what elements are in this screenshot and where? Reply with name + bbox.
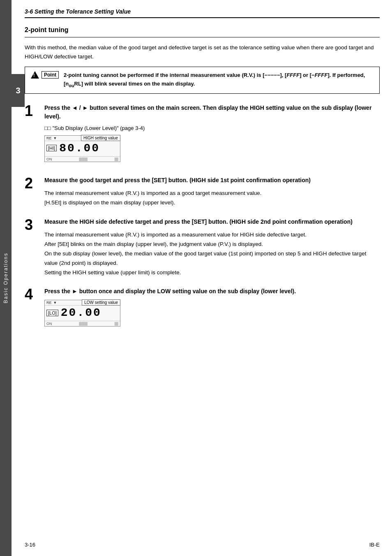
chapter-badge: 3 [12,74,25,107]
ref-icon: □□ [44,125,51,131]
footer: 3-16 IB-E [25,542,380,548]
warning-triangle-icon [31,71,39,79]
step-1-number: 1 [25,104,38,118]
step-3-number: 3 [25,218,38,232]
step-3-title: Measure the HIGH side defective target a… [44,218,380,226]
step-4-title: Press the ► button once and display the … [44,287,380,296]
step-1-content: Press the ◄ / ► button several times on … [44,104,380,166]
step-2-title: Measure the good target and press the [S… [44,176,380,185]
footer-page-right: IB-E [369,542,380,548]
step-1-display-label: HIGH setting value [81,135,120,141]
point-label: Point [42,71,59,79]
step-4-display: LOW setting value RE ▼ [LO] 20.00 ON |||… [44,300,120,327]
display-on-label: ON [46,157,52,161]
footer-page-left: 3-16 [25,542,35,548]
intro-text: With this method, the median value of th… [25,43,380,61]
step-3: 3 Measure the HIGH side defective target… [25,218,380,278]
subsection-title: 2-point tuning [25,26,380,37]
step-4-content: Press the ► button once and display the … [44,287,380,331]
step-3-content: Measure the HIGH side defective target a… [44,218,380,278]
step-4-display-label: LOW setting value [82,299,120,306]
warning-text: 2-point tuning cannot be performed if th… [64,71,374,89]
warning-icon: Point [31,71,59,79]
step-3-body: The internal measurement value (R.V.) is… [44,230,380,278]
step-4-number: 4 [25,287,38,302]
display-main-row-4: [LO] 20.00 [45,306,120,320]
step-2-number: 2 [25,176,38,191]
display-status-bar-4: ON ||||||||| |||| [45,321,120,326]
warning-box: Point 2-point tuning cannot be performed… [25,67,380,94]
display-status-bar: ON ||||||||| |||| [45,156,120,162]
step-1-ref: □□ "Sub Display (Lower Level)" (page 3-4… [44,125,380,131]
step-2-content: Measure the good target and press the [S… [44,176,380,208]
step-1-title: Press the ◄ / ► button several times on … [44,104,380,121]
step-4-indicator: [LO] [46,310,58,316]
section-header: 3-6 Setting the Tolerance Setting Value [25,8,380,18]
sidebar-label: Basic Operations [3,253,9,303]
step-1-indicator: [HI] [46,145,57,151]
step-1: 1 Press the ◄ / ► button several times o… [25,104,380,166]
step-4-value: 20.00 [61,306,101,319]
sidebar: Basic Operations [0,0,12,556]
step-1-value: 80.00 [59,142,100,155]
display-on-label-4: ON [46,322,52,326]
main-content: 3-6 Setting the Tolerance Setting Value … [25,0,380,331]
display-main-row: [HI] 80.00 [45,141,120,155]
step-2: 2 Measure the good target and press the … [25,176,380,208]
step-2-body: The internal measurement value (R.V.) is… [44,189,380,208]
step-4: 4 Press the ► button once and display th… [25,287,380,331]
step-1-display: HIGH setting value RE ▼ [HI] 80.00 ON ||… [44,135,120,162]
